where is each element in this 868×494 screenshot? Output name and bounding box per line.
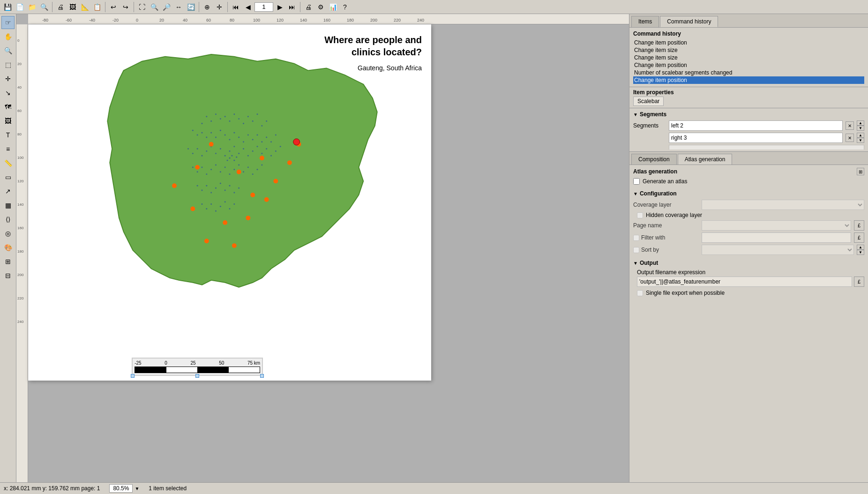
cmd-item-3[interactable]: Change item position (633, 61, 864, 69)
cmd-item-1[interactable]: Change item size (633, 46, 864, 54)
cmd-item-0[interactable]: Change item position (633, 39, 864, 46)
zoom-dropdown-arrow[interactable]: ▼ (135, 486, 139, 491)
svg-point-11 (247, 116, 249, 117)
print-preview-btn[interactable]: 🔍 (38, 1, 50, 13)
zoom-width-btn[interactable]: ↔ (173, 1, 184, 13)
generate-atlas-checkbox[interactable] (633, 178, 640, 185)
canvas-area[interactable]: -80 -60 -40 -20 0 20 40 60 80 100 120 14… (16, 14, 629, 482)
add-arrow-btn[interactable]: ↗ (1, 185, 15, 198)
first-page-btn[interactable]: ⏮ (230, 1, 241, 13)
group-btn[interactable]: ⊞ (1, 255, 15, 268)
zoom-tool-btn[interactable]: 🔍 (1, 44, 15, 57)
output-header[interactable]: ▼ Output (633, 259, 864, 267)
prev-page-btn[interactable]: ◀ (242, 1, 254, 13)
segments-right-down[interactable]: ▼ (857, 138, 864, 143)
refresh-btn[interactable]: 🔄 (185, 1, 196, 13)
sub-tab-atlas-generation[interactable]: Atlas generation (678, 154, 733, 165)
ungroup-btn[interactable]: ⊟ (1, 269, 15, 282)
node-tool-btn[interactable]: ◎ (1, 227, 15, 240)
page-name-select[interactable] (702, 220, 851, 231)
cmd-item-2[interactable]: Change item size (633, 54, 864, 61)
segments-right-up[interactable]: ▲ (857, 133, 864, 138)
zoom-full-btn[interactable]: ⛶ (136, 1, 148, 13)
svg-point-29 (252, 139, 254, 140)
map-canvas[interactable]: Where are people and clinics located? Ga… (28, 24, 431, 381)
add-image-btn[interactable]: 🖼 (1, 114, 15, 127)
sort-by-down[interactable]: ▼ (857, 250, 864, 255)
page-name-expr-btn[interactable]: £ (854, 220, 864, 231)
export-pdf-btn[interactable]: 📋 (91, 1, 103, 13)
svg-point-9 (238, 118, 239, 120)
zoom-in-btn[interactable]: 🔍 (149, 1, 160, 13)
output-filename-expr-btn[interactable]: £ (854, 277, 864, 287)
svg-point-72 (197, 185, 198, 187)
svg-point-60 (210, 169, 212, 170)
new-btn[interactable]: 📄 (14, 1, 25, 13)
help-btn[interactable]: ? (339, 1, 351, 13)
page-number-input[interactable]: 1 (254, 2, 273, 12)
sort-by-up[interactable]: ▲ (857, 245, 864, 250)
segments-left-down[interactable]: ▼ (857, 126, 864, 131)
segments-left-up[interactable]: ▲ (857, 120, 864, 126)
atlas-expand-btn[interactable]: ⊞ (857, 168, 864, 175)
zoom-input[interactable] (109, 484, 133, 493)
move-items-btn[interactable]: ✛ (1, 72, 15, 85)
add-table-btn[interactable]: ▦ (1, 199, 15, 212)
scalebar-item[interactable]: -25 0 25 50 75 km (132, 358, 263, 376)
pan-tool-btn[interactable]: ✋ (1, 30, 15, 43)
add-scalebar-btn[interactable]: 📏 (1, 157, 15, 170)
next-page-btn[interactable]: ▶ (274, 1, 285, 13)
output-filename-input[interactable] (637, 277, 852, 287)
filter-with-input[interactable] (702, 232, 851, 243)
atlas-btn[interactable]: 📊 (327, 1, 338, 13)
zoom-control: ▼ (109, 484, 139, 493)
select-items-btn[interactable]: ⬚ (1, 58, 15, 71)
select-tool-btn[interactable]: ☞ (1, 16, 15, 29)
svg-point-73 (202, 190, 203, 191)
add-legend-btn[interactable]: ≡ (1, 142, 15, 156)
selection-status: 1 item selected (149, 485, 187, 492)
coverage-layer-select[interactable] (702, 200, 864, 210)
filter-with-expr-btn[interactable]: £ (854, 232, 864, 243)
cmd-item-5[interactable]: Change item position (633, 76, 864, 84)
filter-with-checkbox[interactable] (633, 235, 639, 241)
sort-by-checkbox[interactable] (633, 247, 639, 253)
status-bar: x: 284.021 mm y: 159.762 mm page: 1 ▼ 1 … (0, 482, 868, 494)
tab-command-history[interactable]: Command history (660, 16, 718, 27)
cmd-item-4[interactable]: Number of scalebar segments changed (633, 69, 864, 76)
last-page-btn[interactable]: ⏭ (286, 1, 298, 13)
color-picker-btn[interactable]: 🎨 (1, 241, 15, 254)
hidden-coverage-checkbox[interactable] (637, 212, 643, 218)
item-properties-label: Item properties (633, 89, 864, 96)
add-label-btn[interactable]: T (1, 128, 15, 142)
add-shape-btn[interactable]: ▭ (1, 171, 15, 184)
settings-btn[interactable]: ⚙ (315, 1, 326, 13)
add-html-btn[interactable]: ⟨⟩ (1, 213, 15, 226)
select-btn[interactable]: ⊕ (202, 1, 213, 13)
export-img-btn[interactable]: 🖼 (67, 1, 78, 13)
redo-btn[interactable]: ↪ (120, 1, 131, 13)
open-btn[interactable]: 📁 (26, 1, 37, 13)
resize-btn[interactable]: ↘ (1, 86, 15, 99)
export-svg-btn[interactable]: 📐 (79, 1, 90, 13)
segments-right-input[interactable] (669, 133, 843, 143)
tab-items[interactable]: Items (631, 16, 659, 27)
svg-point-36 (192, 153, 194, 154)
print-btn[interactable]: 🖨 (55, 1, 66, 13)
segments-right-clear[interactable]: ✕ (846, 134, 854, 142)
segments-left-clear[interactable]: ✕ (846, 121, 854, 130)
undo-btn[interactable]: ↩ (108, 1, 119, 13)
segments-header[interactable]: ▼ Segments (633, 110, 864, 119)
configuration-header[interactable]: ▼ Configuration (633, 189, 864, 198)
save-btn[interactable]: 💾 (2, 1, 13, 13)
sort-by-select[interactable] (702, 245, 854, 255)
segments-left-input[interactable] (669, 120, 843, 131)
sub-tab-composition[interactable]: Composition (631, 154, 677, 165)
move-btn[interactable]: ✛ (214, 1, 225, 13)
svg-point-53 (270, 155, 272, 157)
zoom-out-btn[interactable]: 🔎 (161, 1, 172, 13)
print2-btn[interactable]: 🖨 (303, 1, 314, 13)
single-file-checkbox[interactable] (637, 290, 643, 296)
svg-point-4 (220, 118, 221, 120)
add-map-btn[interactable]: 🗺 (1, 100, 15, 113)
